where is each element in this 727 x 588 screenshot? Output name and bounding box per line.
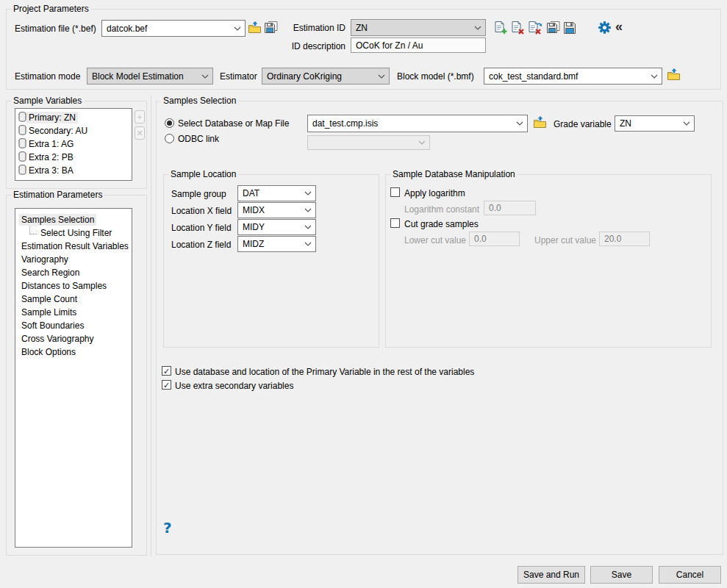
chevron-down-icon [651,74,658,79]
sample-group-value: DAT [243,188,259,198]
use-extra-secondary-checkbox[interactable]: ✓ [162,380,171,390]
chevron-down-icon [418,140,426,145]
list-item[interactable]: Extra 3: BA [15,164,132,177]
estimation-parameters-title: Estimation Parameters [11,190,104,201]
select-database-radio-label: Select Database or Map File [178,118,289,129]
chevron-down-icon [304,208,312,212]
chevron-down-icon [304,191,312,196]
sample-database-manipulation-title: Sample Database Manipulation [390,169,518,180]
database-file-combo[interactable]: dat_test.cmp.isis [307,115,528,132]
use-primary-database-label: Use database and location of the Primary… [175,367,474,377]
estimator-combo[interactable]: Ordinary CoKriging [262,68,390,85]
id-description-field[interactable]: OCoK for Zn / Au [351,37,486,53]
estimation-id-label: Estimation ID [283,23,345,33]
logarithm-constant-label: Logarithm constant [404,204,479,215]
database-icon [18,151,26,164]
variable-primary: Primary: ZN [26,112,78,123]
database-icon [18,165,26,177]
location-y-value: MIDY [243,222,265,232]
location-z-combo[interactable]: MIDZ [237,236,316,252]
list-item[interactable]: Primary: ZN [15,111,132,124]
tree-item-distances-to-samples[interactable]: Distances to Samples [15,279,132,293]
tree-item-soft-boundaries[interactable]: Soft Boundaries [15,319,132,332]
estimation-mode-value: Block Model Estimation [92,71,184,82]
block-model-combo[interactable]: cok_test_standard.bmf [484,68,662,85]
panel-divider [151,96,151,556]
help-icon[interactable]: ? [163,519,172,537]
tree-item-variography[interactable]: Variography [15,253,132,266]
grade-variable-combo[interactable]: ZN [615,115,695,132]
odbc-link-radio[interactable] [165,134,174,143]
chevron-down-icon [516,121,523,126]
sample-group-combo[interactable]: DAT [237,185,316,201]
cut-grade-samples-label: Cut grade samples [404,219,479,229]
settings-gear-icon[interactable] [598,21,611,34]
tree-branch-line [29,226,37,234]
sample-variables-title: Sample Variables [11,96,84,107]
delete-all-estimation-ids-icon[interactable] [529,21,542,35]
grade-variable-value: ZN [620,118,631,129]
sample-location-title: Sample Location [168,169,238,180]
grade-variable-label: Grade variable [554,119,612,129]
tree-item-estimation-result-variables[interactable]: Estimation Result Variables [15,240,132,253]
estimation-mode-label: Estimation mode [15,71,80,82]
location-y-combo[interactable]: MIDY [237,219,316,235]
estimation-file-combo[interactable]: datcok.bef [101,20,246,37]
estimation-id-combo[interactable]: ZN [351,19,486,36]
delete-estimation-id-icon[interactable] [512,21,524,35]
tree-item-select-using-filter[interactable]: Select Using Filter [15,226,132,240]
estimation-mode-combo[interactable]: Block Model Estimation [87,68,213,85]
odbc-link-combo [307,135,430,150]
variable-secondary: Secondary: AU [26,125,90,137]
location-z-label: Location Z field [171,240,231,250]
save-all-estimation-ids-icon[interactable] [564,21,576,34]
apply-logarithm-label: Apply logarithm [404,188,465,198]
location-x-value: MIDX [243,205,265,215]
samples-selection-title: Samples Selection [161,96,238,107]
open-estimation-file-icon[interactable] [248,21,262,34]
estimation-parameters-list[interactable]: Samples Selection Select Using Filter Es… [15,208,132,548]
sample-variables-list[interactable]: Primary: ZN Secondary: AU Extra 1: AG Ex… [15,108,132,181]
tree-item-sample-count[interactable]: Sample Count [15,293,132,306]
chevron-down-icon [683,121,690,126]
list-item[interactable]: Extra 1: AG [15,137,132,151]
logarithm-constant-value: 0.0 [489,203,501,213]
chevron-down-icon [304,225,312,229]
tree-item-cross-variography[interactable]: Cross Variography [15,332,132,345]
location-x-combo[interactable]: MIDX [237,202,316,218]
save-estimation-file-icon[interactable] [265,21,278,33]
estimator-value: Ordinary CoKriging [267,71,342,82]
cut-grade-samples-checkbox[interactable] [390,218,400,228]
add-estimation-id-icon[interactable] [495,21,507,35]
apply-logarithm-checkbox[interactable] [390,187,400,197]
save-label: Save [612,570,631,580]
save-and-run-button[interactable]: Save and Run [518,566,585,584]
tree-item-sample-limits[interactable]: Sample Limits [15,306,132,319]
upper-cut-value-label: Upper cut value [534,235,596,245]
add-variable-button[interactable]: + [135,110,145,123]
list-item[interactable]: Extra 2: PB [15,151,132,164]
save-estimation-id-icon[interactable] [547,21,560,34]
tree-item-samples-selection[interactable]: Samples Selection [15,213,132,226]
chevron-down-icon [304,242,312,246]
save-and-run-label: Save and Run [523,570,579,580]
open-database-file-icon[interactable] [533,116,547,129]
save-button[interactable]: Save [590,566,653,584]
select-database-radio[interactable] [165,118,174,128]
tree-item-block-options[interactable]: Block Options [15,345,132,359]
project-parameters-title: Project Parameters [11,4,91,15]
database-icon [18,112,26,124]
open-block-model-icon[interactable] [667,68,681,81]
tree-item-search-region[interactable]: Search Region [15,266,132,279]
collapse-panel-icon[interactable]: « [615,21,621,32]
cancel-button[interactable]: Cancel [659,566,721,584]
use-primary-database-checkbox[interactable]: ✓ [162,366,171,376]
estimation-file-label: Estimation file (*.bef) [15,24,96,34]
location-x-label: Location X field [171,206,232,216]
lower-cut-value-label: Lower cut value [404,235,466,245]
remove-variable-button[interactable]: ✕ [135,126,145,140]
cancel-label: Cancel [676,570,703,580]
variable-extra2: Extra 2: PB [26,151,76,163]
id-description-label: ID description [283,41,345,51]
list-item[interactable]: Secondary: AU [15,124,132,137]
